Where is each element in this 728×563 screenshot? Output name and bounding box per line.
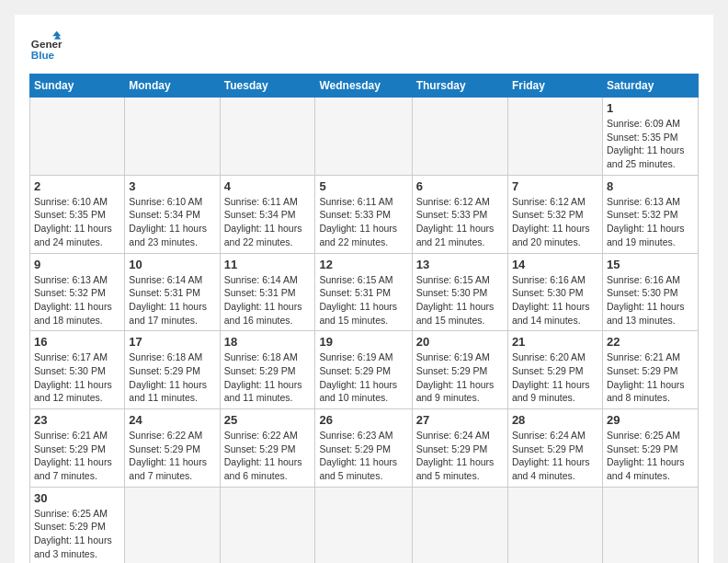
logo-icon: General Blue	[29, 29, 63, 63]
day-info: Sunrise: 6:25 AM Sunset: 5:29 PM Dayligh…	[607, 429, 694, 483]
calendar-cell: 24Sunrise: 6:22 AM Sunset: 5:29 PM Dayli…	[125, 409, 220, 488]
day-number: 26	[319, 413, 407, 427]
day-number: 17	[129, 335, 215, 349]
day-info: Sunrise: 6:12 AM Sunset: 5:32 PM Dayligh…	[512, 195, 598, 249]
svg-text:Blue: Blue	[31, 49, 55, 61]
calendar-cell: 19Sunrise: 6:19 AM Sunset: 5:29 PM Dayli…	[315, 331, 412, 409]
day-number: 20	[416, 335, 504, 349]
calendar-cell: 14Sunrise: 6:16 AM Sunset: 5:30 PM Dayli…	[507, 253, 602, 331]
day-info: Sunrise: 6:22 AM Sunset: 5:29 PM Dayligh…	[224, 429, 312, 483]
day-number: 14	[512, 258, 598, 271]
day-info: Sunrise: 6:21 AM Sunset: 5:29 PM Dayligh…	[34, 429, 120, 483]
week-row-5: 30Sunrise: 6:25 AM Sunset: 5:29 PM Dayli…	[30, 487, 699, 563]
day-number: 7	[512, 179, 598, 193]
day-header-thursday: Thursday	[412, 75, 507, 98]
day-info: Sunrise: 6:22 AM Sunset: 5:29 PM Dayligh…	[129, 429, 215, 483]
day-info: Sunrise: 6:11 AM Sunset: 5:34 PM Dayligh…	[224, 195, 312, 249]
week-row-2: 9Sunrise: 6:13 AM Sunset: 5:32 PM Daylig…	[30, 253, 699, 331]
day-info: Sunrise: 6:19 AM Sunset: 5:29 PM Dayligh…	[416, 350, 504, 405]
day-header-sunday: Sunday	[30, 75, 125, 98]
day-info: Sunrise: 6:16 AM Sunset: 5:30 PM Dayligh…	[607, 273, 694, 327]
calendar-cell	[315, 98, 412, 176]
week-row-3: 16Sunrise: 6:17 AM Sunset: 5:30 PM Dayli…	[30, 331, 699, 409]
day-header-friday: Friday	[507, 75, 602, 98]
day-number: 21	[512, 335, 598, 349]
day-number: 25	[224, 413, 312, 427]
day-info: Sunrise: 6:19 AM Sunset: 5:29 PM Dayligh…	[319, 350, 407, 405]
day-number: 27	[416, 413, 504, 427]
header: General Blue	[29, 29, 699, 63]
calendar-cell: 28Sunrise: 6:24 AM Sunset: 5:29 PM Dayli…	[507, 409, 602, 488]
day-info: Sunrise: 6:24 AM Sunset: 5:29 PM Dayligh…	[512, 429, 598, 483]
page: General Blue SundayMondayTuesdayWednesda…	[15, 15, 713, 563]
calendar-cell: 2Sunrise: 6:10 AM Sunset: 5:35 PM Daylig…	[30, 175, 125, 253]
week-row-4: 23Sunrise: 6:21 AM Sunset: 5:29 PM Dayli…	[30, 409, 699, 488]
day-info: Sunrise: 6:20 AM Sunset: 5:29 PM Dayligh…	[512, 350, 598, 405]
day-number: 29	[607, 413, 694, 427]
day-info: Sunrise: 6:23 AM Sunset: 5:29 PM Dayligh…	[319, 429, 407, 483]
calendar-cell: 1Sunrise: 6:09 AM Sunset: 5:35 PM Daylig…	[602, 98, 698, 176]
calendar-cell: 26Sunrise: 6:23 AM Sunset: 5:29 PM Dayli…	[315, 409, 412, 488]
day-info: Sunrise: 6:24 AM Sunset: 5:29 PM Dayligh…	[416, 429, 504, 483]
calendar-cell	[125, 98, 220, 176]
calendar-cell: 17Sunrise: 6:18 AM Sunset: 5:29 PM Dayli…	[125, 331, 220, 409]
calendar-cell	[220, 98, 315, 176]
day-number: 19	[319, 335, 407, 349]
calendar-cell: 8Sunrise: 6:13 AM Sunset: 5:32 PM Daylig…	[602, 175, 698, 253]
calendar-cell: 6Sunrise: 6:12 AM Sunset: 5:33 PM Daylig…	[412, 175, 507, 253]
day-info: Sunrise: 6:13 AM Sunset: 5:32 PM Dayligh…	[34, 273, 120, 327]
day-header-saturday: Saturday	[602, 75, 698, 98]
day-number: 12	[319, 258, 407, 271]
calendar-cell: 4Sunrise: 6:11 AM Sunset: 5:34 PM Daylig…	[220, 175, 315, 253]
logo: General Blue	[29, 29, 63, 63]
calendar-cell	[507, 487, 602, 563]
day-number: 23	[34, 413, 120, 427]
week-row-1: 2Sunrise: 6:10 AM Sunset: 5:35 PM Daylig…	[30, 175, 699, 253]
calendar-cell: 22Sunrise: 6:21 AM Sunset: 5:29 PM Dayli…	[602, 331, 698, 409]
day-info: Sunrise: 6:13 AM Sunset: 5:32 PM Dayligh…	[607, 195, 694, 249]
calendar-cell	[412, 98, 507, 176]
day-number: 5	[319, 179, 407, 193]
day-info: Sunrise: 6:16 AM Sunset: 5:30 PM Dayligh…	[512, 273, 598, 327]
day-number: 6	[416, 179, 504, 193]
day-number: 28	[512, 413, 598, 427]
day-number: 13	[416, 258, 504, 271]
day-number: 30	[34, 491, 120, 505]
day-info: Sunrise: 6:14 AM Sunset: 5:31 PM Dayligh…	[129, 273, 215, 327]
calendar-cell: 30Sunrise: 6:25 AM Sunset: 5:29 PM Dayli…	[30, 487, 125, 563]
calendar-cell	[507, 98, 602, 176]
calendar-cell: 23Sunrise: 6:21 AM Sunset: 5:29 PM Dayli…	[30, 409, 125, 488]
day-number: 9	[34, 258, 120, 271]
day-info: Sunrise: 6:12 AM Sunset: 5:33 PM Dayligh…	[416, 195, 504, 249]
day-info: Sunrise: 6:18 AM Sunset: 5:29 PM Dayligh…	[224, 350, 312, 405]
calendar-cell: 18Sunrise: 6:18 AM Sunset: 5:29 PM Dayli…	[220, 331, 315, 409]
day-number: 1	[607, 101, 694, 115]
day-number: 11	[224, 258, 312, 271]
day-info: Sunrise: 6:18 AM Sunset: 5:29 PM Dayligh…	[129, 350, 215, 405]
day-info: Sunrise: 6:11 AM Sunset: 5:33 PM Dayligh…	[319, 195, 407, 249]
day-number: 3	[129, 179, 215, 193]
day-info: Sunrise: 6:10 AM Sunset: 5:34 PM Dayligh…	[129, 195, 215, 249]
day-info: Sunrise: 6:14 AM Sunset: 5:31 PM Dayligh…	[224, 273, 312, 327]
day-number: 24	[129, 413, 215, 427]
calendar-cell: 9Sunrise: 6:13 AM Sunset: 5:32 PM Daylig…	[30, 253, 125, 331]
day-number: 18	[224, 335, 312, 349]
day-header-tuesday: Tuesday	[220, 75, 315, 98]
day-number: 16	[34, 335, 120, 349]
day-number: 15	[607, 258, 694, 271]
calendar-header-row: SundayMondayTuesdayWednesdayThursdayFrid…	[30, 75, 699, 98]
calendar-cell: 16Sunrise: 6:17 AM Sunset: 5:30 PM Dayli…	[30, 331, 125, 409]
calendar-cell: 25Sunrise: 6:22 AM Sunset: 5:29 PM Dayli…	[220, 409, 315, 488]
calendar-cell: 3Sunrise: 6:10 AM Sunset: 5:34 PM Daylig…	[125, 175, 220, 253]
calendar-cell: 13Sunrise: 6:15 AM Sunset: 5:30 PM Dayli…	[412, 253, 507, 331]
calendar-cell: 11Sunrise: 6:14 AM Sunset: 5:31 PM Dayli…	[220, 253, 315, 331]
calendar-cell	[412, 487, 507, 563]
day-number: 10	[129, 258, 215, 271]
calendar-cell	[315, 487, 412, 563]
day-info: Sunrise: 6:09 AM Sunset: 5:35 PM Dayligh…	[607, 117, 694, 171]
day-number: 8	[607, 179, 694, 193]
day-info: Sunrise: 6:17 AM Sunset: 5:30 PM Dayligh…	[34, 350, 120, 405]
day-number: 22	[607, 335, 694, 349]
day-header-monday: Monday	[125, 75, 220, 98]
day-number: 4	[224, 179, 312, 193]
